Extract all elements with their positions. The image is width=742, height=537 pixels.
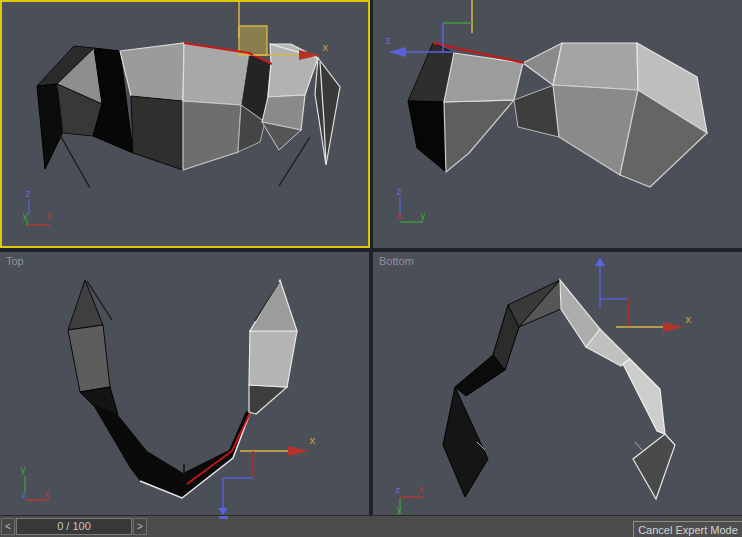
mesh-face[interactable] bbox=[249, 385, 287, 414]
time-slider-thumb[interactable]: 0 / 100 bbox=[16, 518, 132, 535]
mesh-edge[interactable] bbox=[635, 442, 642, 450]
axis-y-label: y bbox=[20, 464, 26, 475]
mesh-face[interactable] bbox=[249, 331, 297, 387]
mesh-face[interactable] bbox=[268, 44, 318, 97]
viewport-canvas: zzxy bbox=[373, 0, 742, 248]
gizmo-z-arrowhead[interactable] bbox=[595, 257, 605, 266]
gizmo-x-arrowhead[interactable] bbox=[288, 446, 309, 456]
gizmo-z-label: z bbox=[385, 35, 391, 46]
axis-x-label: x bbox=[396, 210, 402, 221]
gizmo-z-arrowhead[interactable] bbox=[388, 47, 406, 57]
mesh-face[interactable] bbox=[183, 101, 241, 170]
mesh-face[interactable] bbox=[408, 101, 446, 172]
viewport-label-top: Top bbox=[6, 255, 24, 267]
mesh-face[interactable] bbox=[120, 43, 184, 101]
axis-x-label: x bbox=[418, 484, 424, 495]
mesh-face[interactable] bbox=[514, 85, 559, 137]
viewport-canvas: xzyx bbox=[2, 2, 368, 246]
viewport-top-right[interactable]: zzxy bbox=[373, 0, 742, 248]
viewport-bottom-view[interactable]: Bottom xzxy bbox=[373, 252, 742, 515]
mesh-face[interactable] bbox=[68, 280, 103, 330]
previous-frame-button[interactable]: < bbox=[1, 518, 15, 535]
gizmo-x-label: x bbox=[309, 434, 316, 447]
axis-y-label: y bbox=[396, 504, 402, 515]
gizmo-z-arrowhead[interactable] bbox=[218, 508, 228, 515]
gizmo-arrow-overflow bbox=[219, 516, 228, 519]
viewport-canvas: xyzx bbox=[0, 252, 369, 515]
cancel-expert-mode-button[interactable]: Cancel Expert Mode bbox=[633, 521, 742, 537]
mesh-face[interactable] bbox=[444, 100, 514, 172]
mesh-face[interactable] bbox=[633, 434, 675, 499]
mesh-face[interactable] bbox=[68, 325, 110, 392]
viewport-active[interactable]: xzyx bbox=[0, 0, 370, 248]
axis-z-label: z bbox=[21, 490, 26, 500]
mesh-face[interactable] bbox=[553, 43, 638, 90]
gizmo-x-label: x bbox=[685, 313, 692, 326]
mesh-edge[interactable] bbox=[60, 135, 90, 188]
mesh-face[interactable] bbox=[623, 359, 665, 434]
mesh-face[interactable] bbox=[250, 280, 297, 331]
mesh-face[interactable] bbox=[93, 405, 250, 498]
gizmo-xy-plane-handle[interactable] bbox=[239, 26, 267, 55]
time-slider[interactable]: < 0 / 100 > bbox=[1, 518, 147, 535]
axis-z-label: z bbox=[395, 485, 400, 495]
mesh-face[interactable] bbox=[131, 96, 183, 170]
application-window: xzyx zzxy Top xyzx Bottom xzxy < 0 / 100… bbox=[0, 0, 742, 537]
next-frame-button[interactable]: > bbox=[133, 518, 147, 535]
axis-z-label: z bbox=[25, 188, 31, 199]
viewport-label-bottom: Bottom bbox=[379, 255, 414, 267]
axis-x-label: x bbox=[44, 489, 50, 500]
axis-y-label: y bbox=[22, 210, 28, 221]
mesh-face[interactable] bbox=[315, 58, 340, 165]
axis-y-label: y bbox=[420, 210, 426, 221]
gizmo-x-label: x bbox=[322, 41, 329, 54]
viewport-canvas: xzxy bbox=[373, 252, 742, 515]
viewport-top-view[interactable]: Top xyzx bbox=[0, 252, 369, 515]
axis-z-label: z bbox=[396, 186, 402, 197]
gizmo-x-arrowhead[interactable] bbox=[663, 322, 683, 332]
status-bar: < 0 / 100 > Cancel Expert Mode bbox=[0, 515, 742, 537]
mesh-face[interactable] bbox=[443, 387, 488, 497]
axis-x-label: x bbox=[46, 210, 52, 221]
